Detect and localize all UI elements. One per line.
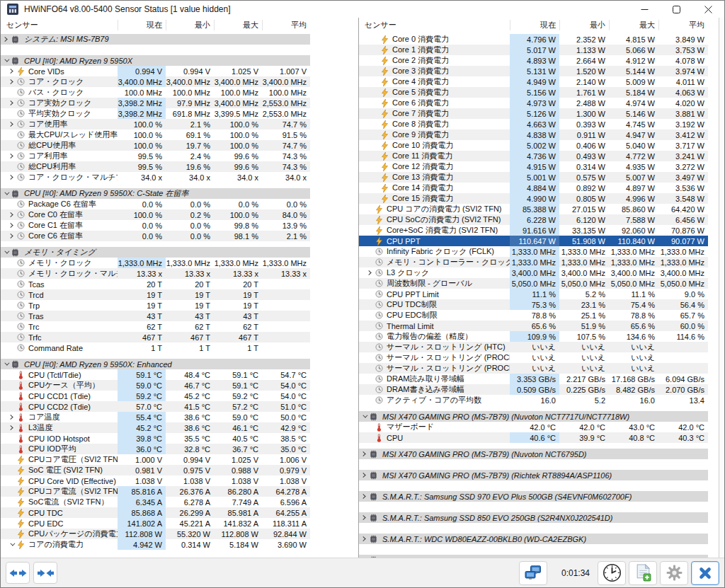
sensor-row[interactable]: Command Rate1 T1 T1 T: [1, 342, 310, 353]
sensor-row[interactable]: Core C6 在留率0.0 %0.0 %98.1 %2.1 %: [1, 231, 310, 241]
minimize-button[interactable]: [629, 1, 661, 18]
expander-collapsed-icon[interactable]: [6, 175, 16, 179]
sensor-row[interactable]: Core 7 消費電力5.126 W1.300 W5.146 W3.881 W: [359, 108, 708, 119]
expander-collapsed-icon[interactable]: [359, 495, 369, 498]
expander-collapsed-icon[interactable]: [359, 516, 369, 519]
section-header[interactable]: S.M.A.R.T.: Samsung SSD 970 EVO Plus 500…: [359, 491, 708, 502]
sensor-row[interactable]: バス・クロック100.0 MHz100.0 MHz100.0 MHz100.0 …: [1, 87, 310, 98]
sensor-row[interactable]: 周波数制限 - グローバル5,050.0 MHz5,050.0 MHz5,050…: [359, 278, 708, 289]
titlebar[interactable]: HWiNFO64 v8.00-5400 Sensor Status [1 val…: [1, 1, 724, 18]
section-header[interactable]: S.M.A.R.T.: Samsung SSD 850 EVO 250GB (S…: [359, 512, 708, 523]
expander-collapsed-icon[interactable]: [359, 473, 369, 477]
sensor-row[interactable]: CPU CCD2 (Tdie)57.0 °C41.5 °C57.2 °C51.0…: [1, 401, 310, 412]
sensor-row[interactable]: CPU SoCの消費電力 (SVI2 TFN)6.228 W6.120 W7.5…: [359, 214, 708, 225]
maximize-button[interactable]: [661, 1, 692, 18]
sensor-row[interactable]: L3 クロック3,400.0 MHz3,400.0 MHz3,400.0 MHz…: [359, 267, 708, 278]
sensor-row[interactable]: サーマル・スロットリング (PROCHOT CPU)いいえいいえいいえ: [359, 352, 708, 363]
sensor-row[interactable]: Tcas20 T20 T20 T: [1, 279, 310, 289]
expander-collapsed-icon[interactable]: [6, 415, 16, 419]
expander-collapsed-icon[interactable]: [6, 154, 16, 158]
sensor-row[interactable]: Core 3 消費電力5.131 W1.520 W5.144 W3.974 W: [359, 66, 708, 76]
expander-collapsed-icon[interactable]: [6, 224, 16, 227]
expander-collapsed-icon[interactable]: [6, 69, 16, 73]
expander-collapsed-icon[interactable]: [359, 537, 369, 541]
sensor-row[interactable]: Core 6 消費電力4.973 W2.488 W4.974 W4.020 W: [359, 98, 708, 108]
sensor-row[interactable]: メモリ・コントローラー・クロック（UCLK）1,333.0 MHz1,333.0…: [359, 257, 708, 267]
column-header-avg[interactable]: 平均: [658, 20, 708, 30]
column-header-max[interactable]: 最大: [214, 20, 262, 30]
vertical-scrollbar[interactable]: [719, 18, 724, 558]
sensor-row[interactable]: Thermal Limit65.6 %51.9 %65.6 %60.0 %: [359, 321, 708, 331]
expand-columns-button[interactable]: [6, 562, 30, 584]
sensor-row[interactable]: コア・クロック3,400.0 MHz3,400.0 MHz3,400.0 MHz…: [1, 76, 310, 87]
section-header[interactable]: CPU [#0]: AMD Ryzen 9 5950X: Enhanced: [1, 359, 310, 369]
sensor-row[interactable]: CPU PPT110.647 W51.908 W110.840 W90.077 …: [359, 236, 708, 246]
expander-collapsed-icon[interactable]: [6, 234, 16, 238]
sensor-row[interactable]: Trc62 T62 T62 T: [1, 321, 310, 332]
sensor-row[interactable]: 総CPU使用率100.0 %19.7 %100.0 %74.7 %: [1, 140, 310, 151]
sensor-row[interactable]: Tras43 T43 T43 T: [1, 311, 310, 321]
sensor-row[interactable]: コア実効クロック3,398.2 MHz97.9 MHz3,400.0 MHz2,…: [1, 98, 310, 108]
sensor-row[interactable]: サーマル・スロットリング (HTC)いいえいいえいいえ: [359, 342, 708, 352]
sensor-row[interactable]: CPU PPT Limit11.1 %5.2 %11.1 %9.0 %: [359, 289, 708, 299]
sensor-row[interactable]: Trp19 T19 T19 T: [1, 300, 310, 311]
expander-collapsed-icon[interactable]: [6, 213, 16, 217]
expander-collapsed-icon[interactable]: [1, 38, 11, 41]
sensor-row[interactable]: Trcd19 T19 T19 T: [1, 289, 310, 300]
sensor-row[interactable]: SoC電流（SVI2 TFN）6.345 A6.278 A7.749 A6.59…: [1, 497, 310, 507]
expander-expanded-icon[interactable]: [359, 415, 369, 418]
expander-collapsed-icon[interactable]: [6, 80, 16, 83]
sensor-row[interactable]: コア・クロック・マルチプライ...34.0 x34.0 x34.0 x34.0 …: [1, 172, 310, 183]
sensor-row[interactable]: サーマル・スロットリング (PROCHOT EXT)いいえいいえいいえ: [359, 363, 708, 374]
sensor-row[interactable]: Core VIDs0.994 V0.994 V1.025 V1.007 V: [1, 66, 310, 76]
sensor-row[interactable]: 総CPU利用率99.5 %19.6 %99.6 %74.3 %: [1, 161, 310, 172]
sensor-row[interactable]: CPUコア電流（SVI2 TFN）85.816 A26.376 A86.280 …: [1, 486, 310, 497]
sensor-row[interactable]: Core 11 消費電力4.736 W0.493 W4.772 W3.241 W: [359, 151, 708, 161]
sensor-row[interactable]: DRAM読み取り帯域幅3.353 GB/s2.217 GB/s17.168 GB…: [359, 374, 708, 384]
expander-collapsed-icon[interactable]: [365, 271, 375, 275]
column-header-sensor[interactable]: センサー: [1, 20, 118, 30]
sensor-row[interactable]: Core+SoC 消費電力 (SVI2 TFN)91.616 W33.135 W…: [359, 225, 708, 236]
sensor-row[interactable]: メモリ・クロック・マルチプライヤー13.33 x13.33 x13.33 x13…: [1, 268, 310, 279]
sensor-row[interactable]: Infinity Fabric クロック (FCLK)1,333.0 MHz1,…: [359, 246, 708, 257]
expander-collapsed-icon[interactable]: [359, 452, 369, 456]
sensor-row[interactable]: Core 10 消費電力5.002 W0.406 W5.040 W3.717 W: [359, 140, 708, 151]
sensor-row[interactable]: Core C1 在留率0.0 %0.0 %99.8 %13.9 %: [1, 220, 310, 231]
sensor-row[interactable]: Core 0 消費電力4.796 W2.352 W4.815 W3.849 W: [359, 34, 708, 45]
sensor-row[interactable]: CPU EDC141.802 A45.221 A141.832 A118.311…: [1, 518, 310, 529]
column-header-max[interactable]: 最大: [609, 20, 658, 30]
create-report-button[interactable]: [629, 561, 657, 585]
sensor-row[interactable]: 電力報告の偏差（精度）109.9 %107.5 %134.6 %114.6 %: [359, 331, 708, 342]
sensor-row[interactable]: CPUコア電圧（SVI2 TFN）1.000 V0.994 V1.025 V1.…: [1, 454, 310, 465]
close-window-button[interactable]: [692, 1, 724, 18]
sensor-row[interactable]: CPU CCD1 (Tdie)59.2 °C45.2 °C59.2 °C54.0…: [1, 391, 310, 401]
column-header-avg[interactable]: 平均: [262, 20, 310, 30]
sensor-row[interactable]: Core 9 消費電力4.838 W0.911 W4.947 W3.412 W: [359, 129, 708, 140]
expander-expanded-icon[interactable]: [6, 543, 16, 546]
sensor-row[interactable]: CPU コアの消費電力 (SVI2 TFN)85.388 W27.015 W85…: [359, 204, 708, 214]
section-header[interactable]: MSI X470 GAMING PRO (MS-7B79) (Nuvoton N…: [359, 449, 708, 459]
sensor-row[interactable]: Core 5 消費電力5.156 W1.761 W5.184 W4.063 W: [359, 87, 708, 98]
sensor-row[interactable]: コア使用率100.0 %2.1 %100.0 %74.7 %: [1, 119, 310, 129]
sensor-row[interactable]: CPU40.6 °C39.9 °C40.8 °C40.3 °C: [359, 432, 708, 443]
sensor-row[interactable]: SoC 電圧 (SVI2 TFN)0.981 V0.975 V0.988 V0.…: [1, 465, 310, 475]
section-header[interactable]: CPU [#0]: AMD Ryzen 9 5950X: C-State 在留率: [1, 188, 310, 199]
sensor-row[interactable]: CPU TDC制限75.3 %23.1 %75.4 %56.4 %: [359, 299, 708, 310]
sensor-row[interactable]: Core 1 消費電力5.017 W1.133 W5.066 W3.753 W: [359, 45, 708, 55]
sensor-row[interactable]: Core 2 消費電力4.893 W2.664 W4.912 W4.078 W: [359, 55, 708, 66]
expander-collapsed-icon[interactable]: [6, 101, 16, 105]
sensor-row[interactable]: マザーボード42.0 °C42.0 °C43.0 °C42.0 °C: [359, 422, 708, 432]
remote-monitoring-button[interactable]: [519, 561, 547, 585]
column-header-current[interactable]: 現在: [510, 20, 559, 30]
sensor-row[interactable]: CPU IOD Hotspot39.8 °C35.5 °C40.5 °C38.5…: [1, 433, 310, 444]
logging-timer-button[interactable]: [598, 561, 626, 585]
sensor-row[interactable]: コアの消費電力4.942 W0.314 W5.184 W3.690 W: [1, 539, 310, 550]
close-sensors-button[interactable]: [691, 561, 719, 585]
sensor-row[interactable]: メモリ・クロック1,333.0 MHz1,333.0 MHz1,333.0 MH…: [1, 258, 310, 268]
section-header[interactable]: MSI X470 GAMING PRO (MS-7B79) (Richtek R…: [359, 470, 708, 480]
sensor-row[interactable]: CPU IOD平均36.0 °C32.8 °C36.7 °C35.0 °C: [1, 444, 310, 454]
collapse-columns-button[interactable]: [33, 562, 57, 584]
expander-expanded-icon[interactable]: [1, 362, 11, 366]
column-header-current[interactable]: 現在: [118, 20, 166, 30]
sensor-row[interactable]: アクティブ・コアの平均数16.05.216.013.4: [359, 395, 708, 405]
